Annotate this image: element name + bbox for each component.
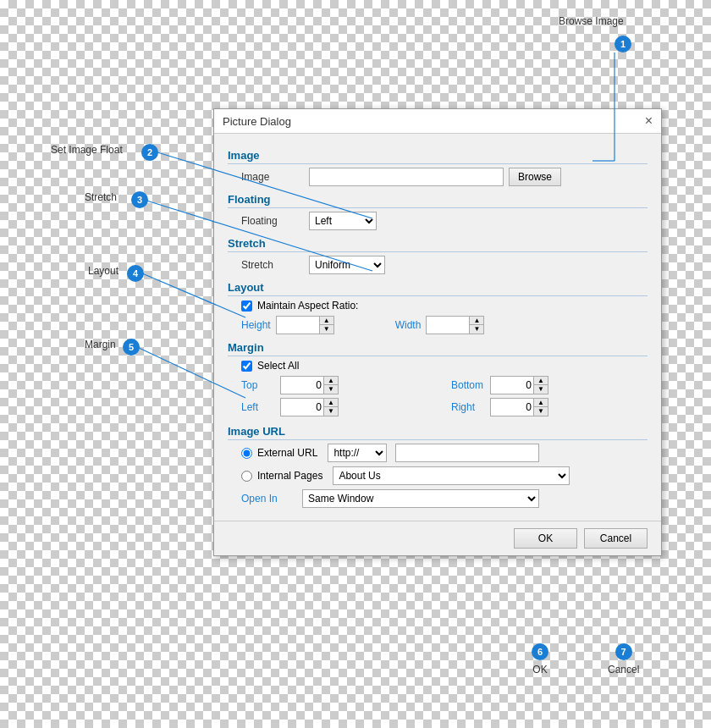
badge-2: 2 bbox=[141, 144, 158, 161]
left-spinner: ▲ ▼ bbox=[280, 398, 339, 416]
pages-select[interactable]: About Us Home Contact bbox=[333, 466, 570, 485]
width-field: Width ▲ ▼ bbox=[395, 316, 485, 334]
image-input[interactable] bbox=[309, 168, 504, 186]
dialog-title: Picture Dialog bbox=[223, 115, 291, 128]
bottom-up-btn[interactable]: ▲ bbox=[534, 377, 548, 385]
url-input[interactable] bbox=[395, 444, 539, 462]
floating-row: Floating Left Right None bbox=[228, 212, 648, 230]
protocol-select[interactable]: http:// https:// bbox=[328, 444, 387, 462]
margin-annotation-label: Margin bbox=[85, 339, 116, 350]
picture-dialog: Picture Dialog × Image Image Browse Floa… bbox=[213, 108, 662, 556]
left-input[interactable] bbox=[281, 399, 323, 416]
badge-6: 6 bbox=[532, 643, 548, 660]
imageurl-section-header: Image URL bbox=[228, 425, 648, 440]
floating-section-header: Floating bbox=[228, 193, 648, 208]
left-down-btn[interactable]: ▼ bbox=[324, 407, 338, 416]
bottom-spinner: ▲ ▼ bbox=[490, 376, 548, 394]
badge-3: 3 bbox=[131, 191, 148, 208]
stretch-select[interactable]: Uniform Fill None bbox=[309, 256, 385, 274]
floating-select[interactable]: Left Right None bbox=[309, 212, 377, 230]
dialog-body: Image Image Browse Floating Floating Lef… bbox=[214, 134, 661, 521]
height-up-btn[interactable]: ▲ bbox=[320, 317, 333, 325]
ok-button[interactable]: OK bbox=[514, 528, 577, 549]
right-margin-row: Right ▲ ▼ bbox=[451, 398, 648, 416]
internal-pages-row: Internal Pages About Us Home Contact bbox=[228, 466, 648, 485]
stretch-row: Stretch Uniform Fill None bbox=[228, 256, 648, 274]
cancel-bottom-label: Cancel bbox=[608, 664, 639, 676]
layout-section-header: Layout bbox=[228, 281, 648, 296]
height-label: Height bbox=[241, 319, 271, 331]
open-in-label: Open In bbox=[241, 493, 292, 505]
maintain-aspect-row: Maintain Aspect Ratio: bbox=[228, 300, 648, 312]
top-margin-row: Top ▲ ▼ bbox=[241, 376, 438, 394]
maintain-aspect-label: Maintain Aspect Ratio: bbox=[257, 300, 358, 312]
margin-section-header: Margin bbox=[228, 341, 648, 356]
external-url-label: External URL bbox=[257, 447, 317, 459]
left-margin-row: Left ▲ ▼ bbox=[241, 398, 438, 416]
margin-grid: Top ▲ ▼ Bottom ▲ ▼ bbox=[228, 376, 648, 416]
external-url-radio[interactable] bbox=[241, 448, 252, 459]
set-image-float-annotation-label: Set Image Float bbox=[51, 144, 123, 156]
top-spinner: ▲ ▼ bbox=[280, 376, 339, 394]
badge-7: 7 bbox=[615, 643, 632, 660]
height-input[interactable] bbox=[277, 317, 319, 334]
dialog-footer: OK Cancel bbox=[214, 521, 661, 555]
top-input[interactable] bbox=[281, 377, 323, 394]
right-input[interactable] bbox=[491, 399, 533, 416]
width-down-btn[interactable]: ▼ bbox=[470, 325, 483, 334]
close-button[interactable]: × bbox=[645, 114, 653, 128]
layout-annotation-label: Layout bbox=[88, 265, 118, 277]
height-spinner: ▲ ▼ bbox=[276, 316, 334, 334]
external-url-row: External URL http:// https:// bbox=[228, 444, 648, 462]
browse-button[interactable]: Browse bbox=[509, 168, 561, 186]
ok-bottom-label: OK bbox=[532, 664, 547, 676]
floating-label: Floating bbox=[241, 215, 309, 227]
bottom-spinner-btns: ▲ ▼ bbox=[533, 377, 548, 394]
select-all-checkbox[interactable] bbox=[241, 361, 252, 372]
internal-pages-label: Internal Pages bbox=[257, 470, 322, 482]
layout-dimensions-row: Height ▲ ▼ Width ▲ ▼ bbox=[228, 316, 648, 334]
bottom-margin-row: Bottom ▲ ▼ bbox=[451, 376, 648, 394]
height-spinner-btns: ▲ ▼ bbox=[319, 317, 333, 334]
internal-pages-radio[interactable] bbox=[241, 471, 252, 482]
ok-bottom-annotation: 6 OK bbox=[532, 643, 548, 676]
top-up-btn[interactable]: ▲ bbox=[324, 377, 338, 385]
bottom-input[interactable] bbox=[491, 377, 533, 394]
cancel-bottom-annotation: 7 Cancel bbox=[608, 643, 639, 676]
badge-1: 1 bbox=[615, 36, 631, 52]
right-margin-label: Right bbox=[451, 401, 485, 413]
stretch-annotation-label: Stretch bbox=[85, 191, 117, 203]
width-label: Width bbox=[395, 319, 422, 331]
width-spinner-btns: ▲ ▼ bbox=[469, 317, 483, 334]
select-all-row: Select All bbox=[228, 360, 648, 372]
image-row: Image Browse bbox=[228, 168, 648, 186]
left-spinner-btns: ▲ ▼ bbox=[323, 399, 338, 416]
height-field: Height ▲ ▼ bbox=[241, 316, 334, 334]
width-spinner: ▲ ▼ bbox=[426, 316, 484, 334]
left-margin-label: Left bbox=[241, 401, 275, 413]
right-down-btn[interactable]: ▼ bbox=[534, 407, 548, 416]
width-input[interactable] bbox=[427, 317, 469, 334]
cancel-button[interactable]: Cancel bbox=[584, 528, 648, 549]
image-label: Image bbox=[241, 171, 309, 183]
stretch-section-header: Stretch bbox=[228, 237, 648, 252]
right-spinner: ▲ ▼ bbox=[490, 398, 548, 416]
top-spinner-btns: ▲ ▼ bbox=[323, 377, 338, 394]
open-in-row: Open In Same Window New Window bbox=[228, 489, 648, 508]
open-in-select[interactable]: Same Window New Window bbox=[302, 489, 539, 508]
height-down-btn[interactable]: ▼ bbox=[320, 325, 333, 334]
maintain-aspect-checkbox[interactable] bbox=[241, 301, 252, 312]
left-up-btn[interactable]: ▲ bbox=[324, 399, 338, 407]
badge-5: 5 bbox=[123, 339, 140, 356]
select-all-label: Select All bbox=[257, 360, 299, 372]
badge-4: 4 bbox=[127, 265, 144, 282]
right-up-btn[interactable]: ▲ bbox=[534, 399, 548, 407]
top-margin-label: Top bbox=[241, 379, 275, 391]
image-section-header: Image bbox=[228, 149, 648, 164]
bottom-margin-label: Bottom bbox=[451, 379, 485, 391]
top-down-btn[interactable]: ▼ bbox=[324, 385, 338, 394]
bottom-down-btn[interactable]: ▼ bbox=[534, 385, 548, 394]
width-up-btn[interactable]: ▲ bbox=[470, 317, 483, 325]
stretch-label: Stretch bbox=[241, 259, 309, 271]
right-spinner-btns: ▲ ▼ bbox=[533, 399, 548, 416]
